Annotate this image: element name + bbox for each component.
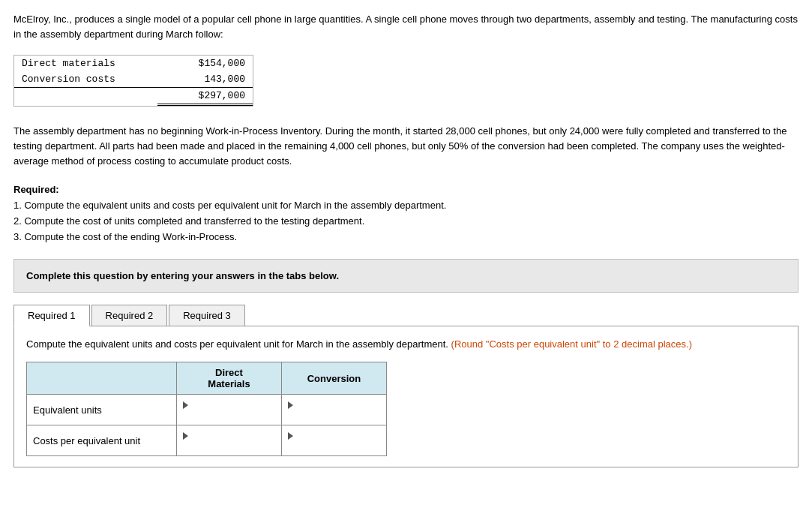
required-item-2: 2. Compute the cost of units completed a… [13,214,799,230]
cost-value-direct-materials: $154,000 [157,56,253,71]
equivalent-units-conversion-input[interactable] [288,410,380,421]
column-header-conversion: Conversion [282,362,387,395]
costs-per-unit-conversion-input[interactable] [288,440,380,452]
cost-value-conversion: 143,000 [157,71,253,88]
tabs-row: Required 1 Required 2 Required 3 [13,305,799,326]
costs-per-unit-direct-materials-input[interactable] [183,440,275,452]
body-text: The assembly department has no beginning… [13,124,799,169]
triangle-icon-4 [288,432,293,440]
table-row-total: $297,000 [14,88,253,105]
blank-column-header [27,362,177,395]
row-label-equivalent-units: Equivalent units [27,395,177,425]
cost-label-total [14,88,157,105]
instruction-box: Complete this question by entering your … [13,259,799,293]
cost-label-conversion: Conversion costs [14,71,157,88]
prompt-main: Compute the equivalent units and costs p… [26,338,448,350]
table-row: Direct materials $154,000 [14,56,253,71]
cost-label-direct-materials: Direct materials [14,56,157,71]
equivalent-units-direct-materials-input[interactable] [183,410,275,421]
table-header-row: DirectMaterials Conversion [27,362,387,395]
input-cell-equivalent-units-direct-materials[interactable] [177,395,282,425]
prompt-text: Compute the equivalent units and costs p… [26,337,786,352]
triangle-icon-2 [288,401,293,409]
input-cell-costs-per-unit-direct-materials[interactable] [177,425,282,456]
table-row: Conversion costs 143,000 [14,71,253,88]
tab-content-required-1: Compute the equivalent units and costs p… [13,326,799,468]
intro-paragraph: McElroy, Inc., produces a single model o… [13,12,799,41]
required-heading: Required: [13,184,59,195]
triangle-icon-1 [183,401,188,409]
cost-value-total: $297,000 [157,88,253,105]
table-row-costs-per-unit: Costs per equivalent unit [27,425,387,456]
input-cell-equivalent-units-conversion[interactable] [282,395,387,425]
row-label-costs-per-unit: Costs per equivalent unit [27,425,177,456]
column-header-direct-materials: DirectMaterials [177,362,282,395]
instruction-text: Complete this question by entering your … [26,270,339,281]
tab-required-1[interactable]: Required 1 [13,305,90,326]
cost-table: Direct materials $154,000 Conversion cos… [13,55,253,107]
prompt-orange: (Round "Costs per equivalent unit" to 2 … [451,338,692,350]
table-row-equivalent-units: Equivalent units [27,395,387,425]
tab-required-3[interactable]: Required 3 [169,305,245,326]
triangle-icon-3 [183,432,188,440]
answer-table: DirectMaterials Conversion Equivalent un… [26,362,387,456]
tab-required-2[interactable]: Required 2 [91,305,168,326]
input-cell-costs-per-unit-conversion[interactable] [282,425,387,456]
required-item-1: 1. Compute the equivalent units and cost… [13,198,799,214]
required-item-3: 3. Compute the cost of the ending Work-i… [13,230,799,245]
required-section: Required: 1. Compute the equivalent unit… [13,182,799,245]
